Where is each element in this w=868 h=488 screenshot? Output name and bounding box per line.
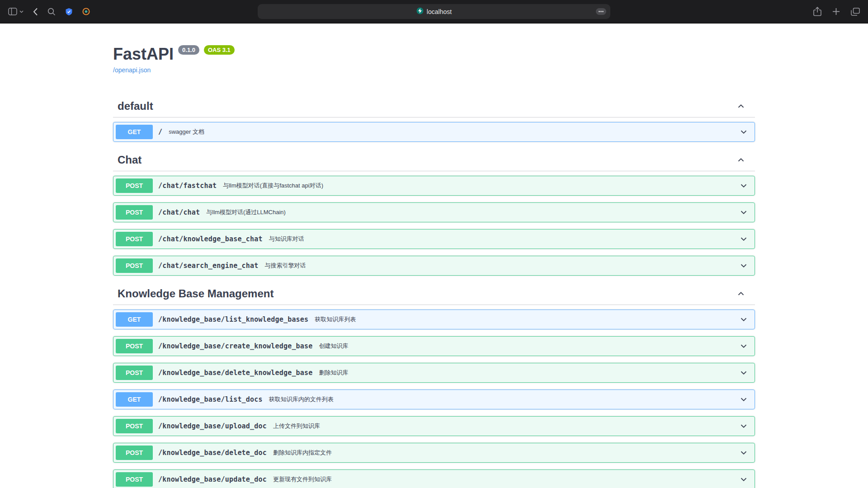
ellipsis-page-menu-icon[interactable] [596, 8, 606, 15]
operation-description: 创建知识库 [319, 342, 349, 350]
operations-list: GET / swagger 文档 [113, 122, 755, 142]
operation-path: /knowledge_base/upload_doc [158, 422, 267, 430]
tab-overview-button[interactable] [851, 8, 860, 16]
method-badge: GET [116, 125, 153, 139]
method-badge: GET [116, 392, 153, 407]
search-button[interactable] [47, 8, 56, 16]
operation-description: 获取知识库内的文件列表 [269, 395, 334, 404]
chevron-down-icon [739, 368, 749, 378]
operation-path: /chat/search_engine_chat [158, 262, 259, 270]
chevron-up-icon [736, 101, 746, 111]
section-header-chat[interactable]: Chat [113, 149, 755, 171]
section-title: default [118, 99, 153, 113]
chevron-down-icon [739, 448, 749, 458]
chevron-down-icon [739, 234, 749, 244]
section-header-knowledge-base[interactable]: Knowledge Base Management [113, 282, 755, 305]
operation-path: /knowledge_base/list_docs [158, 395, 263, 404]
api-title-text: FastAPI [113, 44, 174, 64]
method-badge: POST [116, 446, 153, 460]
back-chevron-icon [33, 8, 38, 16]
chevron-up-icon [736, 289, 746, 299]
url-text: localhost [427, 8, 452, 15]
operation-row[interactable]: POST /knowledge_base/create_knowledge_ba… [113, 336, 755, 356]
operation-row[interactable]: POST /chat/search_engine_chat 与搜索引擎对话 [113, 256, 755, 276]
method-badge: POST [116, 205, 153, 220]
api-info: FastAPI 0.1.0 OAS 3.1 /openapi.json [113, 23, 755, 74]
operation-description: 与搜索引擎对话 [265, 262, 306, 270]
chevron-down-icon [739, 474, 749, 484]
operation-description: 上传文件到知识库 [273, 422, 320, 430]
method-badge: POST [116, 472, 153, 487]
operation-row[interactable]: GET / swagger 文档 [113, 122, 755, 142]
operation-description: 更新现有文件到知识库 [273, 475, 332, 483]
operation-description: swagger 文档 [169, 128, 204, 136]
operation-description: 删除知识库内指定文件 [273, 449, 332, 457]
plus-icon [832, 8, 840, 15]
share-button[interactable] [813, 7, 821, 16]
section-header-default[interactable]: default [113, 95, 755, 117]
operations-list: POST /chat/fastchat 与llm模型对话(直接与fastchat… [113, 176, 755, 276]
operation-path: / [158, 128, 162, 136]
toolbar-left-group [8, 8, 258, 16]
section-default: default GET / swagger 文档 [113, 95, 755, 142]
section-knowledge-base: Knowledge Base Management GET /knowledge… [113, 282, 755, 488]
chevron-down-icon [739, 181, 749, 191]
section-title: Knowledge Base Management [118, 287, 274, 300]
section-title: Chat [118, 153, 142, 166]
openapi-json-link[interactable]: /openapi.json [113, 66, 151, 74]
operation-row[interactable]: GET /knowledge_base/list_docs 获取知识库内的文件列… [113, 389, 755, 409]
operation-path: /chat/chat [158, 208, 200, 216]
section-chat: Chat POST /chat/fastchat 与llm模型对话(直接与fas… [113, 149, 755, 276]
method-badge: POST [116, 419, 153, 433]
operation-row[interactable]: POST /chat/fastchat 与llm模型对话(直接与fastchat… [113, 176, 755, 196]
blue-shield-extension-icon [65, 8, 73, 16]
operation-row[interactable]: POST /knowledge_base/delete_doc 删除知识库内指定… [113, 443, 755, 463]
chevron-down-icon [739, 341, 749, 351]
orange-ring-extension-icon [82, 8, 90, 15]
page-title: FastAPI 0.1.0 OAS 3.1 [113, 44, 755, 64]
operation-description: 与知识库对话 [269, 235, 304, 243]
chevron-down-icon [19, 10, 24, 13]
chevron-down-icon [739, 421, 749, 431]
operation-description: 与llm模型对话(直接与fastchat api对话) [223, 182, 323, 190]
chevron-up-icon [736, 155, 746, 165]
operation-row[interactable]: POST /knowledge_base/update_doc 更新现有文件到知… [113, 469, 755, 488]
method-badge: POST [116, 232, 153, 246]
operation-description: 删除知识库 [319, 369, 349, 377]
operation-row[interactable]: POST /chat/chat 与llm模型对话(通过LLMChain) [113, 202, 755, 222]
chevron-down-icon [739, 207, 749, 217]
method-badge: POST [116, 339, 153, 353]
browser-toolbar: localhost [0, 0, 868, 23]
method-badge: POST [116, 366, 153, 380]
address-bar[interactable]: localhost [258, 4, 610, 19]
operation-path: /knowledge_base/list_knowledge_bases [158, 315, 308, 324]
method-badge: POST [116, 258, 153, 273]
operation-row[interactable]: GET /knowledge_base/list_knowledge_bases… [113, 310, 755, 329]
search-icon [47, 8, 56, 16]
toolbar-center-group: localhost [258, 4, 610, 19]
operation-path: /knowledge_base/update_doc [158, 475, 267, 483]
version-badge: 0.1.0 [178, 45, 199, 55]
share-icon [813, 7, 821, 16]
operation-description: 获取知识库列表 [315, 315, 356, 324]
operation-row[interactable]: POST /chat/knowledge_base_chat 与知识库对话 [113, 229, 755, 249]
new-tab-button[interactable] [832, 8, 840, 15]
operation-path: /knowledge_base/delete_knowledge_base [158, 369, 313, 377]
extension-button-1[interactable] [65, 8, 73, 16]
back-button[interactable] [33, 8, 38, 16]
extension-button-2[interactable] [82, 8, 90, 15]
tab-overview-icon [851, 8, 860, 16]
chevron-down-icon [739, 261, 749, 271]
chevron-down-icon [739, 314, 749, 324]
method-badge: POST [116, 178, 153, 193]
oas-badge: OAS 3.1 [204, 45, 235, 55]
operation-row[interactable]: POST /knowledge_base/upload_doc 上传文件到知识库 [113, 416, 755, 436]
toolbar-right-group [610, 7, 860, 16]
sidebar-toggle-button[interactable] [8, 8, 24, 15]
operation-row[interactable]: POST /knowledge_base/delete_knowledge_ba… [113, 363, 755, 383]
chevron-down-icon [739, 394, 749, 404]
fastapi-favicon-icon [416, 7, 424, 16]
method-badge: GET [116, 312, 153, 327]
chevron-down-icon [739, 127, 749, 137]
operation-path: /chat/knowledge_base_chat [158, 235, 263, 243]
